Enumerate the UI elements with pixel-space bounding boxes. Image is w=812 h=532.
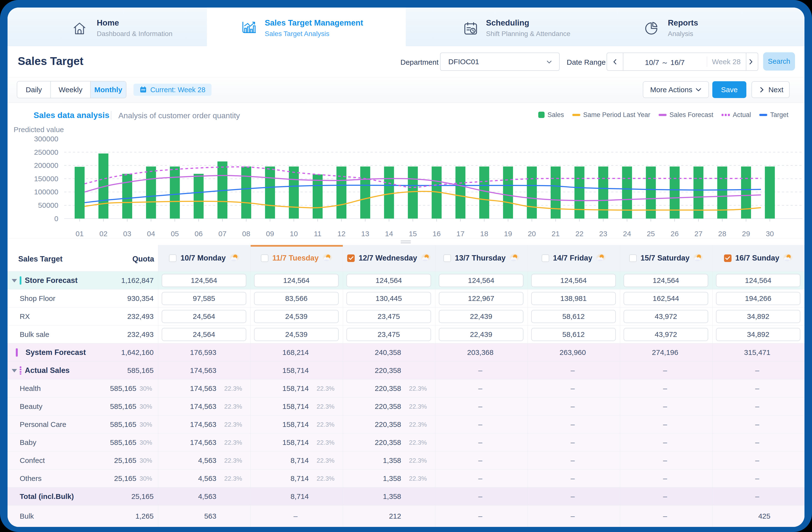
svg-text:07: 07: [218, 229, 226, 238]
svg-text:16: 16: [433, 229, 440, 238]
svg-text:10: 10: [290, 229, 298, 238]
svg-text:26: 26: [670, 229, 679, 238]
svg-text:01: 01: [76, 229, 84, 238]
svg-text:18: 18: [480, 229, 488, 238]
svg-text:19: 19: [504, 229, 512, 238]
svg-text:05: 05: [171, 229, 179, 238]
svg-text:06: 06: [194, 229, 203, 238]
svg-text:28: 28: [718, 229, 726, 238]
svg-text:250000: 250000: [34, 148, 58, 156]
svg-text:09: 09: [266, 229, 274, 238]
svg-text:Predicted value: Predicted value: [14, 126, 64, 134]
svg-text:03: 03: [123, 229, 131, 238]
svg-text:08: 08: [242, 229, 250, 238]
svg-text:25: 25: [647, 229, 655, 238]
svg-text:21: 21: [552, 229, 560, 238]
svg-text:23: 23: [599, 229, 607, 238]
svg-text:13: 13: [361, 229, 369, 238]
svg-text:15: 15: [409, 229, 417, 238]
svg-text:150000: 150000: [34, 174, 58, 183]
svg-text:02: 02: [99, 229, 107, 238]
svg-text:14: 14: [385, 229, 393, 238]
svg-text:04: 04: [147, 229, 155, 238]
svg-text:24: 24: [623, 229, 631, 238]
svg-text:29: 29: [742, 229, 750, 238]
svg-text:12: 12: [337, 229, 346, 238]
svg-text:27: 27: [694, 229, 702, 238]
svg-text:50000: 50000: [38, 201, 58, 209]
svg-text:11: 11: [314, 229, 321, 238]
svg-text:0: 0: [54, 214, 58, 223]
svg-text:100000: 100000: [34, 188, 58, 196]
svg-text:30: 30: [766, 229, 774, 238]
svg-text:300000: 300000: [34, 135, 58, 143]
svg-text:22: 22: [576, 229, 583, 238]
svg-text:200000: 200000: [34, 161, 58, 169]
svg-text:17: 17: [456, 229, 464, 238]
svg-text:20: 20: [528, 229, 536, 238]
